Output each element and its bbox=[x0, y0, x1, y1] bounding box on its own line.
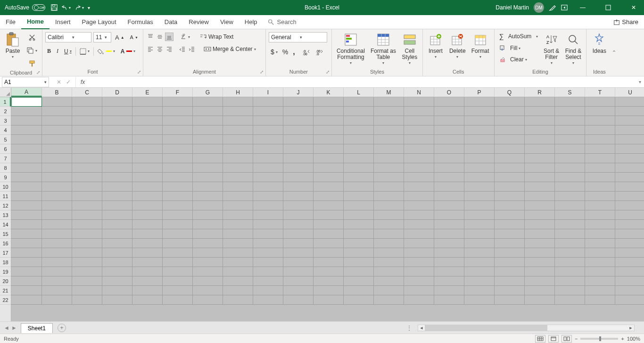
cell[interactable] bbox=[193, 276, 223, 286]
row-header[interactable]: 19 bbox=[0, 267, 11, 276]
cell[interactable] bbox=[615, 135, 644, 144]
cell[interactable] bbox=[404, 163, 434, 173]
cell[interactable] bbox=[495, 192, 525, 201]
align-middle-button[interactable] bbox=[156, 33, 164, 41]
cell[interactable] bbox=[163, 107, 193, 116]
autosum-button[interactable]: ∑ AutoSum ▾ bbox=[497, 31, 540, 42]
cell[interactable] bbox=[163, 97, 193, 107]
cell[interactable] bbox=[495, 229, 525, 239]
cell[interactable] bbox=[314, 201, 344, 210]
fill-button[interactable]: Fill▾ bbox=[497, 43, 523, 53]
cell[interactable] bbox=[163, 239, 193, 248]
cell[interactable] bbox=[464, 192, 495, 201]
cell[interactable] bbox=[555, 276, 585, 286]
cell[interactable] bbox=[374, 192, 404, 201]
cell[interactable] bbox=[555, 173, 585, 182]
tab-scroll-split-icon[interactable]: ⋮ bbox=[406, 325, 412, 331]
cell[interactable] bbox=[314, 144, 344, 154]
cell[interactable] bbox=[615, 267, 644, 276]
cell[interactable] bbox=[344, 229, 374, 239]
cell[interactable] bbox=[42, 125, 72, 135]
cell[interactable] bbox=[434, 295, 464, 305]
cell-styles-button[interactable]: Cell Styles▾ bbox=[400, 30, 420, 67]
share-button[interactable]: Share bbox=[611, 17, 640, 27]
cell[interactable] bbox=[495, 276, 525, 286]
cell[interactable] bbox=[102, 286, 132, 295]
column-header[interactable]: N bbox=[404, 88, 434, 97]
cell[interactable] bbox=[72, 107, 102, 116]
cell[interactable] bbox=[464, 295, 495, 305]
cell[interactable] bbox=[11, 239, 42, 248]
cell[interactable] bbox=[404, 173, 434, 182]
cell[interactable] bbox=[314, 248, 344, 258]
paste-button[interactable]: Paste ▾ bbox=[3, 30, 23, 61]
cell[interactable] bbox=[42, 258, 72, 267]
column-header[interactable]: P bbox=[464, 88, 495, 97]
cell[interactable] bbox=[374, 210, 404, 220]
cell[interactable] bbox=[223, 220, 253, 229]
cell[interactable] bbox=[374, 286, 404, 295]
cell[interactable] bbox=[374, 267, 404, 276]
cell[interactable] bbox=[525, 229, 555, 239]
redo-button[interactable]: ▾ bbox=[74, 4, 84, 11]
cell[interactable] bbox=[585, 192, 615, 201]
cell[interactable] bbox=[132, 229, 163, 239]
cell[interactable] bbox=[464, 182, 495, 192]
page-layout-view-button[interactable] bbox=[548, 335, 559, 343]
cell[interactable] bbox=[223, 163, 253, 173]
cell[interactable] bbox=[283, 201, 314, 210]
dialog-launcher-icon[interactable]: ⤢ bbox=[326, 69, 330, 75]
cell[interactable] bbox=[283, 229, 314, 239]
close-button[interactable]: ✕ bbox=[623, 0, 644, 15]
cell[interactable] bbox=[434, 286, 464, 295]
sort-filter-button[interactable]: AZ Sort & Filter▾ bbox=[542, 30, 561, 67]
cell[interactable] bbox=[314, 258, 344, 267]
conditional-formatting-button[interactable]: Conditional Formatting▾ bbox=[335, 30, 367, 67]
cell[interactable] bbox=[495, 125, 525, 135]
cell[interactable] bbox=[404, 220, 434, 229]
cell[interactable] bbox=[434, 116, 464, 125]
cell[interactable] bbox=[615, 229, 644, 239]
cell[interactable] bbox=[374, 220, 404, 229]
insert-cells-button[interactable]: Insert▾ bbox=[426, 30, 446, 61]
cell[interactable] bbox=[374, 116, 404, 125]
cell[interactable] bbox=[163, 220, 193, 229]
cell[interactable] bbox=[434, 210, 464, 220]
cell[interactable] bbox=[555, 182, 585, 192]
fx-icon[interactable]: fx bbox=[81, 79, 85, 85]
cell[interactable] bbox=[464, 201, 495, 210]
cell[interactable] bbox=[404, 239, 434, 248]
cell[interactable] bbox=[495, 97, 525, 107]
tab-home[interactable]: Home bbox=[21, 15, 50, 29]
cell[interactable] bbox=[314, 97, 344, 107]
column-header[interactable]: L bbox=[344, 88, 374, 97]
cell[interactable] bbox=[555, 154, 585, 163]
cell[interactable] bbox=[314, 286, 344, 295]
cell[interactable] bbox=[193, 210, 223, 220]
cell[interactable] bbox=[132, 144, 163, 154]
cell[interactable] bbox=[525, 144, 555, 154]
row-header[interactable]: 15 bbox=[0, 229, 11, 239]
cell[interactable] bbox=[404, 182, 434, 192]
cell[interactable] bbox=[495, 163, 525, 173]
cell[interactable] bbox=[193, 144, 223, 154]
cell[interactable] bbox=[193, 173, 223, 182]
cell[interactable] bbox=[283, 220, 314, 229]
cell[interactable] bbox=[464, 267, 495, 276]
cell[interactable] bbox=[314, 116, 344, 125]
maximize-button[interactable] bbox=[598, 0, 619, 15]
cell[interactable] bbox=[11, 267, 42, 276]
cell[interactable] bbox=[11, 286, 42, 295]
cell[interactable] bbox=[434, 173, 464, 182]
cell[interactable] bbox=[404, 97, 434, 107]
qat-customize-icon[interactable]: ▾ bbox=[88, 5, 90, 10]
cell[interactable] bbox=[464, 125, 495, 135]
cell[interactable] bbox=[615, 239, 644, 248]
cell[interactable] bbox=[314, 135, 344, 144]
cell[interactable] bbox=[344, 125, 374, 135]
cell[interactable] bbox=[555, 258, 585, 267]
cell[interactable] bbox=[314, 107, 344, 116]
column-header[interactable]: T bbox=[585, 88, 615, 97]
column-header[interactable]: A bbox=[11, 88, 42, 97]
format-cells-button[interactable]: Format▾ bbox=[470, 30, 491, 61]
